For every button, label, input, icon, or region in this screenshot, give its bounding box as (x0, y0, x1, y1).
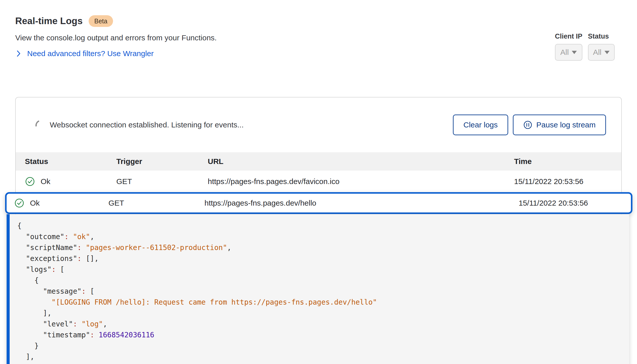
caret-down-icon (604, 51, 610, 54)
col-url: URL (208, 157, 514, 166)
json-line: { (17, 275, 624, 286)
row-trigger: GET (116, 177, 208, 186)
row-status: Ok (41, 177, 50, 186)
clear-logs-label: Clear logs (463, 121, 498, 129)
status-dropdown[interactable]: All (588, 44, 615, 61)
page-subtitle: View the console.log output and errors f… (15, 33, 217, 43)
page-header: Real-time Logs Beta View the console.log… (15, 15, 622, 27)
json-line: "scriptName": "pages-worker--611502-prod… (17, 242, 624, 253)
col-status: Status (25, 157, 116, 166)
caret-down-icon (572, 51, 577, 54)
json-line: "message": [ (17, 286, 624, 297)
json-line: { (17, 220, 624, 231)
table-header: Status Trigger URL Time (16, 152, 621, 171)
json-line: "level": "log", (17, 319, 624, 329)
client-ip-label: Client IP (555, 32, 582, 40)
beta-badge: Beta (89, 15, 113, 27)
json-line: ], (17, 351, 624, 362)
wrangler-link[interactable]: Need advanced filters? Use Wrangler (27, 49, 154, 58)
log-filters: Client IP All Status All (555, 32, 615, 61)
row-trigger: GET (108, 199, 204, 207)
json-line: "timestamp": 1668542036116 (17, 329, 624, 340)
expanded-log-entry: Ok GET https://pages-fns.pages.dev/hello… (5, 192, 632, 214)
log-row-hello-selected[interactable]: Ok GET https://pages-fns.pages.dev/hello… (5, 192, 632, 214)
logs-toolbar: Websocket connection established. Listen… (16, 97, 621, 152)
client-ip-dropdown[interactable]: All (555, 44, 582, 61)
websocket-status: Websocket connection established. Listen… (50, 121, 453, 129)
json-line: ], (17, 308, 624, 319)
log-row-favicon[interactable]: Ok GET https://pages-fns.pages.dev/favic… (16, 171, 621, 192)
row-time: 15/11/2022 20:53:56 (514, 177, 612, 186)
page-title: Real-time Logs (15, 15, 83, 27)
pause-log-stream-button[interactable]: Pause log stream (513, 114, 606, 135)
pause-icon (523, 120, 532, 129)
pause-log-stream-label: Pause log stream (536, 121, 596, 129)
spinner-icon (34, 119, 46, 131)
success-check-icon (25, 176, 35, 187)
client-ip-value: All (560, 48, 569, 57)
json-line: "exceptions": [], (17, 253, 624, 264)
col-trigger: Trigger (116, 157, 208, 166)
chevron-right-icon (17, 50, 21, 57)
json-line: "logs": [ (17, 264, 624, 275)
row-url: https://pages-fns.pages.dev/favicon.ico (208, 177, 514, 186)
realtime-logs-page: { "page": { "title": "Real-time Logs", "… (0, 0, 637, 364)
json-line: "outcome": "ok", (17, 231, 624, 242)
status-value: All (593, 48, 601, 57)
row-time: 15/11/2022 20:53:56 (519, 199, 623, 207)
json-viewer: { "outcome": "ok", "scriptName": "pages-… (17, 220, 624, 362)
wrangler-disclosure[interactable]: Need advanced filters? Use Wrangler (17, 49, 154, 58)
json-line: } (17, 340, 624, 351)
status-label: Status (588, 32, 615, 40)
json-line: "[LOGGING FROM /hello]: Request came fro… (17, 297, 624, 308)
row-status: Ok (30, 199, 40, 207)
success-check-icon (14, 198, 24, 208)
clear-logs-button[interactable]: Clear logs (453, 114, 508, 135)
row-url: https://pages-fns.pages.dev/hello (204, 199, 519, 207)
col-time: Time (514, 157, 612, 166)
log-detail-block: { "outcome": "ok", "scriptName": "pages-… (7, 214, 629, 364)
